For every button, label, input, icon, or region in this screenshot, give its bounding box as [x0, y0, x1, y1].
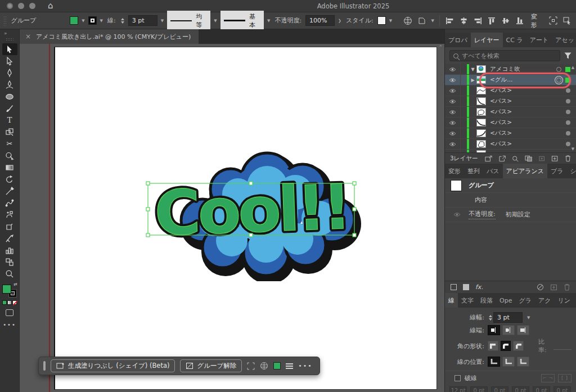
document-setup-icon[interactable]	[416, 15, 428, 26]
tools-collapse-icon[interactable]: »	[0, 29, 7, 36]
layer-row[interactable]: ▼ アメコミ吹	[445, 64, 576, 75]
group-thumbnail[interactable]	[476, 76, 486, 84]
bevel-join-button[interactable]	[513, 341, 524, 351]
stroke-dropdown-icon[interactable]: ▼	[100, 19, 103, 23]
tab-symbols[interactable]: シン	[567, 164, 576, 178]
shape-builder-tool[interactable]	[2, 150, 17, 161]
recolor-icon[interactable]	[260, 362, 268, 370]
tab-assets[interactable]: アセッ	[552, 33, 576, 47]
expand-chevron-icon[interactable]: ▼	[469, 67, 476, 72]
fill-indicator[interactable]	[2, 285, 11, 294]
tab-artboards[interactable]: アート	[526, 33, 552, 47]
eyedropper-tool[interactable]	[2, 185, 17, 197]
selection-tool[interactable]	[2, 43, 17, 55]
tab-layers[interactable]: レイヤー	[471, 33, 503, 47]
tab-properties[interactable]: プロパ	[445, 33, 471, 47]
stroke-width-stepper[interactable]	[121, 18, 124, 24]
generative-fill-button[interactable]: 生成塗りつぶし (シェイプ) (Beta)	[51, 359, 175, 372]
round-join-button[interactable]	[501, 341, 511, 351]
blend-tool[interactable]	[2, 197, 17, 209]
visibility-eye-icon[interactable]	[445, 107, 461, 117]
taskbar-fill-swatch[interactable]	[273, 362, 281, 370]
symbol-sprayer-tool[interactable]	[2, 209, 17, 220]
visibility-eye-icon[interactable]	[445, 128, 461, 138]
add-fill-icon[interactable]	[463, 284, 469, 290]
tab-opentype[interactable]: Ope	[496, 293, 515, 308]
canvas[interactable]: ⌃ Cool!! Cool!!	[20, 44, 444, 392]
ungroup-button[interactable]: グループ解除	[180, 359, 242, 372]
selection-indicator[interactable]	[565, 78, 570, 83]
layer-row[interactable]: <パス>	[445, 107, 576, 118]
gap-field[interactable]: 0 pt	[512, 386, 529, 392]
tab-align[interactable]: 整列	[464, 164, 483, 178]
home-icon[interactable]: ⌂	[48, 2, 53, 10]
tab-appearance[interactable]: アピアランス	[503, 164, 548, 178]
rotate-tool[interactable]	[2, 173, 17, 185]
path-thumbnail[interactable]	[476, 140, 486, 148]
layers-search-input[interactable]: すべてを検索	[449, 50, 560, 61]
panel-menu-icon[interactable]: ≡	[574, 293, 576, 308]
target-circle-icon[interactable]	[556, 67, 561, 72]
window-zoom-button[interactable]	[29, 3, 35, 9]
isolate-selection-icon[interactable]	[561, 15, 573, 26]
layer-row[interactable]: <パス>	[445, 139, 576, 150]
path-thumbnail[interactable]	[476, 119, 486, 127]
pen-tool[interactable]	[2, 67, 17, 79]
window-minimize-button[interactable]	[18, 3, 24, 9]
appearance-opacity-row[interactable]: 不透明度: 初期設定	[445, 208, 576, 222]
knife-tool[interactable]	[2, 232, 17, 244]
graph-tool[interactable]	[2, 244, 17, 256]
gap-field[interactable]: 0 pt	[470, 386, 488, 392]
clipping-mask-icon[interactable]	[525, 155, 532, 162]
align-right-icon[interactable]	[472, 15, 484, 26]
projecting-cap-button[interactable]	[517, 325, 529, 335]
delete-item-icon[interactable]	[564, 283, 570, 291]
target-dot-icon[interactable]	[566, 99, 570, 103]
gap-field[interactable]: 0 pt	[554, 386, 571, 392]
collapse-chevron-icon[interactable]: ▶	[469, 78, 476, 83]
gradient-tool[interactable]	[2, 161, 17, 173]
tab-character[interactable]: 文字	[458, 293, 477, 308]
canvas-scroll-up-icon[interactable]: ⌃	[438, 44, 443, 50]
tab-stroke[interactable]: 線	[445, 293, 458, 308]
align-hcenter-icon[interactable]	[458, 15, 470, 26]
artboard-tool[interactable]	[2, 220, 17, 232]
align-bottom-icon[interactable]	[515, 15, 526, 26]
target-dot-icon[interactable]	[566, 120, 570, 125]
stroke-width-dropdown-icon[interactable]: ▼	[161, 19, 164, 23]
stroke-color-swatch[interactable]	[88, 16, 97, 25]
visibility-eye-icon[interactable]	[445, 85, 461, 96]
contextual-task-bar[interactable]: 生成塗りつぶし (シェイプ) (Beta) グループ解除 •••	[38, 357, 320, 375]
tab-cc-libraries[interactable]: CC ラ	[503, 33, 526, 47]
appearance-item-swatch[interactable]	[451, 180, 462, 191]
path-thumbnail[interactable]	[476, 97, 486, 105]
ellipse-tool[interactable]	[2, 91, 17, 102]
stroke-weight-dropdown-icon[interactable]: ▼	[527, 316, 530, 320]
style-swatch[interactable]	[377, 16, 386, 25]
fill-stroke-indicator[interactable]: ⇄	[2, 283, 17, 298]
align-vcenter-icon[interactable]	[501, 15, 512, 26]
taskbar-more-icon[interactable]: •••	[298, 362, 312, 370]
document-tab[interactable]: × アメコミ風吹き出し.ai* @ 100 % (CMYK/プレビュー)	[20, 29, 199, 44]
type-tool[interactable]: T	[2, 114, 17, 126]
opacity-more-icon[interactable]: ❯	[338, 19, 341, 23]
transform-icon[interactable]	[247, 362, 255, 370]
miter-join-button[interactable]	[488, 341, 498, 351]
asset-export-tool[interactable]	[2, 256, 17, 268]
align-stroke-inside-button[interactable]	[502, 357, 515, 367]
tab-actions[interactable]: アク	[535, 293, 555, 308]
visibility-eye-icon[interactable]	[445, 64, 461, 74]
target-dot-icon[interactable]	[566, 131, 570, 136]
layers-scrollbar[interactable]: ▲▼	[570, 64, 575, 152]
align-dash-icon[interactable]: [ ]	[558, 374, 572, 382]
tab-paragraph[interactable]: 段落	[477, 293, 496, 308]
dash-field[interactable]: 12 pt	[449, 386, 467, 392]
align-left-icon[interactable]	[444, 15, 456, 26]
duplicate-item-icon[interactable]	[550, 284, 557, 291]
tools-grip[interactable]	[6, 38, 14, 41]
visibility-eye-icon[interactable]	[445, 96, 461, 106]
appearance-opacity-label[interactable]: 不透明度:	[469, 210, 496, 219]
new-sublayer-icon[interactable]	[538, 155, 545, 162]
taskbar-drag-handle[interactable]	[43, 361, 46, 371]
target-meatball-icon[interactable]	[556, 78, 561, 83]
